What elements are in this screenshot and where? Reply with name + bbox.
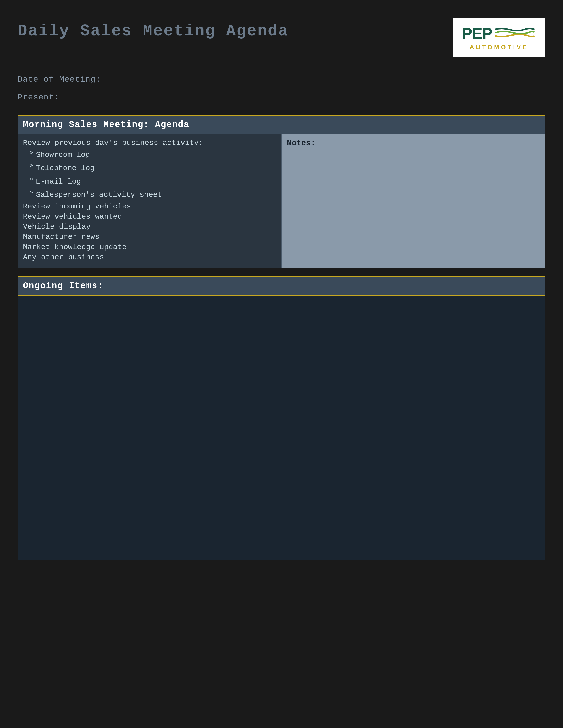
sub-item-salesperson-text: Salesperson's activity sheet [36, 189, 162, 201]
morning-content-row: Review previous day's business activity:… [18, 134, 545, 268]
notes-cell: Notes: [282, 134, 545, 268]
sub-item-showroom: » Showroom log [30, 149, 276, 161]
agenda-intro: Review previous day's business activity: [23, 139, 276, 147]
bullet-icon: » [30, 149, 33, 156]
morning-section-table: Morning Sales Meeting: Agenda Review pre… [18, 115, 545, 268]
header: Daily Sales Meeting Agenda PEP AUTOMOTIV… [18, 13, 545, 57]
agenda-cell: Review previous day's business activity:… [18, 134, 282, 268]
bullet-icon: » [30, 189, 33, 196]
bullet-icon: » [30, 176, 33, 182]
ongoing-header-text: Ongoing Items: [23, 281, 103, 291]
date-label: Date of Meeting: [18, 75, 545, 84]
sub-item-salesperson: » Salesperson's activity sheet [30, 189, 276, 201]
morning-section-header-row: Morning Sales Meeting: Agenda [18, 116, 545, 134]
agenda-item-incoming: Review incoming vehicles [23, 202, 276, 211]
logo-container: PEP AUTOMOTIVE [453, 18, 545, 57]
agenda-item-manufacturer: Manufacturer news [23, 233, 276, 241]
logo-subtitle: AUTOMOTIVE [470, 44, 528, 51]
sub-item-showroom-text: Showroom log [36, 149, 90, 161]
logo-brand: PEP [462, 24, 492, 43]
bullet-icon: » [30, 162, 33, 169]
agenda-item-market: Market knowledge update [23, 243, 276, 251]
agenda-item-other: Any other business [23, 253, 276, 261]
agenda-item-display: Vehicle display [23, 223, 276, 231]
logo-waves-svg [492, 27, 536, 39]
ongoing-section: Ongoing Items: [18, 276, 545, 560]
sub-item-email: » E-mail log [30, 176, 276, 188]
page: Daily Sales Meeting Agenda PEP AUTOMOTIV… [18, 13, 545, 715]
meta-section: Date of Meeting: Present: [18, 75, 545, 102]
agenda-item-wanted: Review vehicles wanted [23, 212, 276, 221]
morning-section-header: Morning Sales Meeting: Agenda [18, 116, 545, 134]
logo-top: PEP [462, 24, 536, 43]
present-label: Present: [18, 93, 545, 102]
ongoing-content [18, 296, 545, 560]
notes-label: Notes: [287, 139, 540, 148]
page-title: Daily Sales Meeting Agenda [18, 22, 289, 40]
sub-item-email-text: E-mail log [36, 176, 81, 188]
sub-item-telephone: » Telephone log [30, 162, 276, 174]
ongoing-header: Ongoing Items: [18, 276, 545, 296]
sub-item-telephone-text: Telephone log [36, 162, 94, 174]
